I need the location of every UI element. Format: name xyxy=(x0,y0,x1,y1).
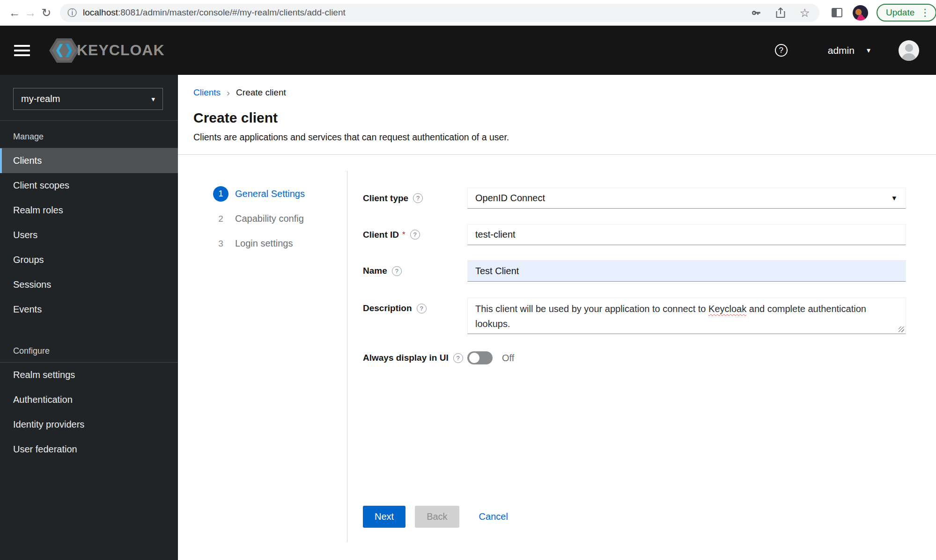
toggle-state-label: Off xyxy=(502,353,514,364)
keycloak-logo-icon xyxy=(49,37,80,64)
nav-group-title-manage: Manage xyxy=(0,121,178,148)
sidebar-item-clients[interactable]: Clients xyxy=(0,148,178,173)
screen: ← → ↻ ⓘ localhost:8081/admin/master/cons… xyxy=(0,0,936,560)
next-button[interactable]: Next xyxy=(363,506,405,528)
name-input[interactable] xyxy=(467,260,906,282)
share-icon[interactable] xyxy=(775,7,786,18)
select-caret-icon: ▾ xyxy=(892,193,896,203)
user-menu[interactable]: admin xyxy=(828,45,855,56)
breadcrumb-current: Create client xyxy=(236,87,286,98)
client-id-label: Client ID xyxy=(363,230,399,240)
browser-menu-icon[interactable]: ⋮ xyxy=(920,7,930,18)
page-subtitle: Clients are applications and services th… xyxy=(193,132,906,143)
create-client-wizard: 1 General Settings 2 Capability config 3… xyxy=(178,171,936,542)
sidebar-item-users[interactable]: Users xyxy=(0,223,178,247)
realm-selector[interactable]: my-realm ▾ xyxy=(13,88,163,110)
page-header: Clients › Create client Create client Cl… xyxy=(178,75,936,143)
sidebar-item-user-federation[interactable]: User federation xyxy=(0,437,178,462)
sidebar-item-authentication[interactable]: Authentication xyxy=(0,387,178,412)
description-label: Description xyxy=(363,303,412,313)
sidebar-item-realm-roles[interactable]: Realm roles xyxy=(0,198,178,223)
browser-update-button[interactable]: Update ⋮ xyxy=(877,4,936,22)
breadcrumb: Clients › Create client xyxy=(193,87,906,98)
name-row: Name ? xyxy=(363,260,906,282)
bookmark-star-icon[interactable]: ☆ xyxy=(800,7,810,19)
client-type-value: OpenID Connect xyxy=(475,193,545,204)
browser-toolbar: ← → ↻ ⓘ localhost:8081/admin/master/cons… xyxy=(0,0,936,26)
sidebar-item-sessions[interactable]: Sessions xyxy=(0,272,178,297)
help-icon[interactable]: ? xyxy=(410,230,420,240)
side-panel-icon[interactable] xyxy=(832,8,842,17)
breadcrumb-separator-icon: › xyxy=(227,87,230,98)
url-text: localhost:8081/admin/master/console/#/my… xyxy=(83,7,346,18)
wizard-step-capability-config[interactable]: 2 Capability config xyxy=(213,211,347,226)
sidebar-nav: my-realm ▾ Manage Clients Client scopes … xyxy=(0,75,178,560)
step-number: 3 xyxy=(213,236,228,251)
help-icon[interactable]: ? xyxy=(453,353,463,363)
url-path: :8081/admin/master/console/#/my-realm/cl… xyxy=(118,7,346,17)
client-type-row: Client type ? OpenID Connect ▾ xyxy=(363,188,906,209)
help-icon[interactable]: ? xyxy=(413,193,423,203)
main-content: Clients › Create client Create client Cl… xyxy=(178,75,936,560)
required-asterisk: * xyxy=(402,230,405,240)
header-divider xyxy=(178,154,936,155)
page-title: Create client xyxy=(193,110,906,126)
realm-name: my-realm xyxy=(21,94,60,104)
wizard-footer: Next Back Cancel xyxy=(363,506,508,528)
description-spellcheck-word: Keycloak xyxy=(708,304,746,314)
sidebar-item-realm-settings[interactable]: Realm settings xyxy=(0,363,178,387)
description-textarea[interactable]: This client will be used by your applica… xyxy=(467,298,906,334)
browser-forward-icon: → xyxy=(22,6,38,20)
general-settings-form: Client type ? OpenID Connect ▾ Clie xyxy=(347,171,936,542)
description-text: This client will be used by your applica… xyxy=(475,304,708,314)
sidebar-item-events[interactable]: Events xyxy=(0,297,178,322)
always-display-toggle[interactable] xyxy=(467,351,493,364)
keycloak-logo[interactable]: KEYCLOAK xyxy=(49,37,165,64)
wizard-step-general-settings[interactable]: 1 General Settings xyxy=(213,186,347,202)
address-bar[interactable]: ⓘ localhost:8081/admin/master/console/#/… xyxy=(60,4,819,22)
realm-caret-icon: ▾ xyxy=(151,95,155,103)
sidebar-item-client-scopes[interactable]: Client scopes xyxy=(0,173,178,198)
wizard-step-login-settings[interactable]: 3 Login settings xyxy=(213,236,347,251)
brand-wordmark: KEYCLOAK xyxy=(77,42,165,59)
site-info-icon[interactable]: ⓘ xyxy=(67,7,77,19)
sidebar-item-groups[interactable]: Groups xyxy=(0,247,178,272)
step-label: Login settings xyxy=(235,238,293,249)
step-label: Capability config xyxy=(235,213,304,224)
help-circle-icon[interactable]: ? xyxy=(775,44,788,57)
client-type-select[interactable]: OpenID Connect ▾ xyxy=(467,188,906,209)
client-id-row: Client ID * ? xyxy=(363,224,906,245)
app-masthead: KEYCLOAK ? admin ▾ xyxy=(0,26,936,75)
back-button[interactable]: Back xyxy=(415,506,459,528)
hamburger-menu-icon[interactable] xyxy=(14,45,30,56)
browser-back-icon[interactable]: ← xyxy=(7,6,22,20)
step-number: 1 xyxy=(213,186,228,202)
wizard-steps: 1 General Settings 2 Capability config 3… xyxy=(178,171,347,542)
password-key-icon[interactable] xyxy=(750,7,761,18)
update-label: Update xyxy=(886,7,914,18)
sidebar-item-identity-providers[interactable]: Identity providers xyxy=(0,412,178,437)
user-avatar[interactable] xyxy=(899,40,919,61)
client-type-label: Client type xyxy=(363,193,408,204)
client-id-input[interactable] xyxy=(467,224,906,245)
user-menu-caret-icon[interactable]: ▾ xyxy=(867,46,870,55)
realm-selector-section: my-realm ▾ xyxy=(0,75,178,121)
name-label: Name xyxy=(363,266,387,276)
textarea-resize-handle[interactable] xyxy=(899,327,904,332)
help-icon[interactable]: ? xyxy=(392,266,402,276)
nav-group-title-configure: Configure xyxy=(0,335,178,362)
cancel-button[interactable]: Cancel xyxy=(479,511,508,522)
url-host: localhost xyxy=(83,7,118,17)
always-display-label: Always display in UI xyxy=(363,353,449,363)
breadcrumb-clients-link[interactable]: Clients xyxy=(193,87,221,98)
help-icon[interactable]: ? xyxy=(417,304,427,313)
step-number: 2 xyxy=(213,211,228,226)
browser-reload-icon[interactable]: ↻ xyxy=(38,6,54,20)
step-label: General Settings xyxy=(235,189,305,199)
description-row: Description ? This client will be used b… xyxy=(363,298,906,334)
browser-profile-avatar[interactable] xyxy=(853,5,868,21)
toggle-knob xyxy=(469,353,479,363)
always-display-row: Always display in UI ? Off xyxy=(363,351,906,364)
